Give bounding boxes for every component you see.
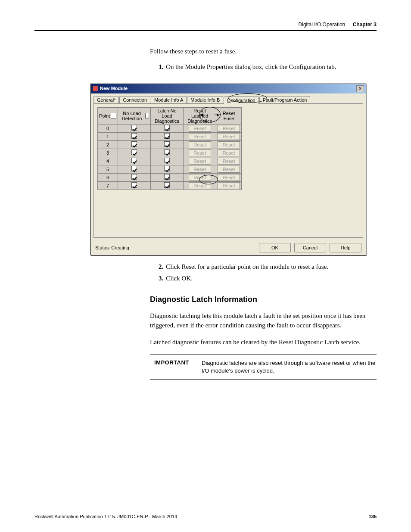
status-text: Status: Creating <box>95 245 129 250</box>
important-note: IMPORTANT Diagnostic latches are also re… <box>150 355 377 380</box>
reset-latched-button[interactable]: Reset <box>189 149 211 156</box>
table-row: 2ResetReset <box>98 140 242 149</box>
table-row: 4ResetReset <box>98 157 242 165</box>
cell-reset-fuse: Reset <box>216 124 242 132</box>
reset-fuse-button[interactable]: Reset <box>218 182 240 189</box>
cell-noload <box>118 132 151 140</box>
tab-strip: General* Connection Module Info A Module… <box>91 93 366 103</box>
cell-latch <box>151 140 184 149</box>
tab-module-info-a[interactable]: Module Info A <box>151 96 187 103</box>
checkbox-icon[interactable] <box>164 166 170 171</box>
reset-fuse-button[interactable]: Reset <box>218 149 240 156</box>
cell-reset-fuse: Reset <box>216 132 242 140</box>
cell-reset-latched: Reset <box>184 157 216 165</box>
step-1: 1.On the Module Properties dialog box, c… <box>159 63 377 71</box>
cancel-button[interactable]: Cancel <box>294 243 326 252</box>
footer-publication: Rockwell Automation Publication 1715-UM0… <box>34 514 177 519</box>
ok-button[interactable]: OK <box>259 243 291 252</box>
tab-module-info-b[interactable]: Module Info B <box>187 96 223 103</box>
checkbox-icon[interactable] <box>164 141 170 147</box>
help-button[interactable]: Help <box>330 243 361 252</box>
cell-reset-latched: Reset <box>184 181 216 190</box>
intro-text: Follow these steps to reset a fuse. <box>150 47 377 56</box>
table-row: 7ResetReset <box>98 181 242 190</box>
sort-icon[interactable] <box>111 113 116 118</box>
checkbox-icon[interactable] <box>164 158 170 163</box>
cell-reset-fuse: Reset <box>216 140 242 149</box>
reset-latched-button[interactable]: Reset <box>189 182 211 189</box>
col-point: Point <box>98 107 118 124</box>
page-footer: Rockwell Automation Publication 1715-UM0… <box>34 514 377 519</box>
reset-fuse-button[interactable]: Reset <box>218 174 240 181</box>
table-row: 1ResetReset <box>98 132 242 140</box>
dialog-titlebar: New Module × <box>91 84 366 93</box>
cell-noload <box>118 140 151 149</box>
reset-fuse-button[interactable]: Reset <box>218 133 240 140</box>
cell-reset-latched: Reset <box>184 140 216 149</box>
header-section: Digital I/O Operation <box>299 22 346 28</box>
header-chapter: Chapter 3 <box>353 22 377 28</box>
sort-icon[interactable] <box>145 113 149 118</box>
cell-reset-latched: Reset <box>184 124 216 132</box>
checkbox-icon[interactable] <box>131 149 137 155</box>
checkbox-icon[interactable] <box>164 125 170 131</box>
checkbox-icon[interactable] <box>131 141 137 147</box>
cell-noload <box>118 181 151 190</box>
dialog-screenshot: New Module × General* Connection Module … <box>90 84 377 255</box>
cell-reset-latched: Reset <box>184 165 216 173</box>
tab-configuration[interactable]: Configuration <box>224 96 258 104</box>
tab-connection[interactable]: Connection <box>119 96 150 103</box>
subsection-p1: Diagnostic latching lets this module lat… <box>150 311 377 330</box>
checkbox-icon[interactable] <box>131 182 137 188</box>
app-icon <box>93 86 98 91</box>
reset-latched-button[interactable]: Reset <box>189 174 211 181</box>
checkbox-icon[interactable] <box>164 133 170 139</box>
reset-latched-button[interactable]: Reset <box>189 141 211 148</box>
reset-latched-button[interactable]: Reset <box>189 166 211 173</box>
tab-fault-program-action[interactable]: Fault/Program Action <box>259 96 311 103</box>
cell-noload <box>118 149 151 157</box>
close-icon[interactable]: × <box>356 85 364 92</box>
checkbox-icon[interactable] <box>131 125 137 131</box>
checkbox-icon[interactable] <box>131 174 137 180</box>
cell-latch <box>151 124 184 132</box>
cell-noload <box>118 124 151 132</box>
checkbox-icon[interactable] <box>164 174 170 180</box>
cell-reset-fuse: Reset <box>216 149 242 157</box>
checkbox-icon[interactable] <box>164 149 170 155</box>
reset-latched-button[interactable]: Reset <box>189 125 211 132</box>
step-2: 2.Click Reset for a particular point on … <box>159 263 377 271</box>
reset-fuse-button[interactable]: Reset <box>218 158 240 165</box>
footer-page-number: 135 <box>369 514 377 519</box>
cell-point: 5 <box>98 165 118 173</box>
table-row: 6ResetReset <box>98 173 242 181</box>
cell-reset-fuse: Reset <box>216 157 242 165</box>
cell-latch <box>151 165 184 173</box>
dialog-title: New Module <box>100 86 128 91</box>
reset-fuse-button[interactable]: Reset <box>218 166 240 173</box>
cell-reset-latched: Reset <box>184 149 216 157</box>
col-reset-latched: Reset Latched Diagnostics <box>184 107 216 124</box>
tab-general[interactable]: General* <box>93 96 119 103</box>
reset-latched-button[interactable]: Reset <box>189 133 211 140</box>
checkbox-icon[interactable] <box>164 182 170 188</box>
col-noload: No Load Detection <box>118 107 151 124</box>
reset-latched-button[interactable]: Reset <box>189 158 211 165</box>
cell-reset-latched: Reset <box>184 132 216 140</box>
checkbox-icon[interactable] <box>131 166 137 171</box>
step-3: 3.Click OK. <box>159 275 377 282</box>
cell-latch <box>151 173 184 181</box>
cell-point: 3 <box>98 149 118 157</box>
cell-point: 0 <box>98 124 118 132</box>
table-row: 5ResetReset <box>98 165 242 173</box>
checkbox-icon[interactable] <box>131 158 137 163</box>
cell-noload <box>118 173 151 181</box>
config-table: Point No Load Detection Latch No Load Di… <box>97 107 242 190</box>
cell-point: 6 <box>98 173 118 181</box>
col-reset-fuse: Reset Fuse <box>216 107 242 124</box>
checkbox-icon[interactable] <box>131 133 137 139</box>
reset-fuse-button[interactable]: Reset <box>218 125 240 132</box>
cell-latch <box>151 132 184 140</box>
cell-latch <box>151 157 184 165</box>
reset-fuse-button[interactable]: Reset <box>218 141 240 148</box>
